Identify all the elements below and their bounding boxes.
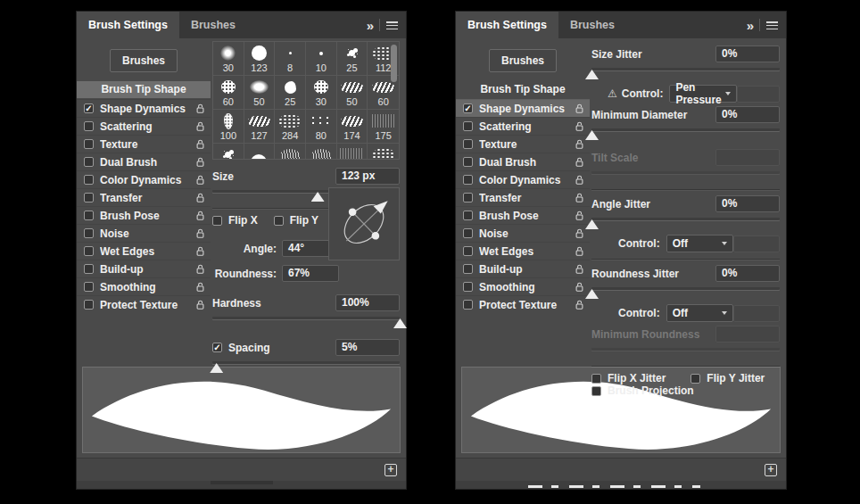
flip-x-jitter-control[interactable]: Flip X Jitter bbox=[591, 372, 666, 384]
sidebar-item-brush-tip-shape[interactable]: Brush Tip Shape bbox=[456, 81, 590, 98]
unlock-icon[interactable] bbox=[195, 299, 205, 310]
brush-preset[interactable]: 284 bbox=[275, 110, 306, 144]
unlock-icon[interactable] bbox=[575, 281, 584, 293]
checkbox[interactable] bbox=[84, 211, 94, 220]
flip-y-control[interactable]: Flip Y bbox=[274, 214, 318, 227]
size-jitter-field[interactable]: 0% bbox=[715, 45, 780, 62]
checkbox[interactable] bbox=[463, 121, 473, 131]
unlock-icon[interactable] bbox=[575, 138, 584, 150]
sidebar-item[interactable]: Shape Dynamics bbox=[77, 99, 211, 117]
checkbox[interactable] bbox=[463, 300, 473, 310]
unlock-icon[interactable] bbox=[195, 120, 205, 132]
sidebar-item[interactable]: Wet Edges bbox=[456, 242, 590, 260]
sidebar-item[interactable]: Scattering bbox=[77, 117, 211, 135]
angle-jitter-slider[interactable] bbox=[591, 215, 780, 229]
collapse-panel-icon[interactable]: » bbox=[747, 19, 753, 32]
checkbox[interactable] bbox=[463, 157, 473, 167]
unlock-icon[interactable] bbox=[195, 138, 205, 150]
sidebar-item[interactable]: Shape Dynamics bbox=[456, 99, 590, 117]
brush-preset[interactable] bbox=[244, 144, 276, 160]
unlock-icon[interactable] bbox=[575, 263, 584, 275]
brush-preset[interactable]: 25 bbox=[337, 42, 368, 76]
brush-preset[interactable] bbox=[306, 144, 337, 160]
flip-y-jitter-control[interactable]: Flip Y Jitter bbox=[690, 372, 765, 384]
tab-brush-settings[interactable]: Brush Settings bbox=[456, 12, 558, 38]
brush-preset[interactable] bbox=[368, 144, 399, 160]
roundness-jitter-slider[interactable] bbox=[591, 285, 780, 299]
unlock-icon[interactable] bbox=[575, 174, 584, 186]
sidebar-item[interactable]: Protect Texture bbox=[77, 295, 211, 313]
tab-brush-settings[interactable]: Brush Settings bbox=[77, 12, 179, 38]
checkbox[interactable] bbox=[463, 282, 473, 292]
panel-menu-icon[interactable] bbox=[386, 21, 398, 29]
brush-preset[interactable]: 175 bbox=[368, 110, 399, 144]
new-brush-button[interactable]: + bbox=[385, 464, 397, 476]
unlock-icon[interactable] bbox=[575, 103, 584, 114]
hardness-field[interactable]: 100% bbox=[335, 294, 400, 311]
unlock-icon[interactable] bbox=[195, 281, 205, 293]
checkbox[interactable] bbox=[463, 211, 473, 220]
unlock-icon[interactable] bbox=[575, 227, 584, 239]
angle-roundness-widget[interactable] bbox=[328, 187, 400, 260]
spacing-field[interactable]: 5% bbox=[335, 339, 400, 356]
checkbox[interactable] bbox=[84, 228, 94, 238]
checkbox[interactable] bbox=[463, 264, 473, 274]
sidebar-item[interactable]: Smoothing bbox=[456, 277, 590, 295]
checkbox[interactable] bbox=[463, 193, 473, 202]
sidebar-item[interactable]: Scattering bbox=[456, 117, 590, 135]
checkbox[interactable] bbox=[463, 175, 473, 185]
checkbox[interactable] bbox=[84, 193, 94, 202]
sidebar-item[interactable]: Build-up bbox=[456, 260, 590, 277]
sidebar-item[interactable]: Protect Texture bbox=[456, 295, 590, 313]
unlock-icon[interactable] bbox=[195, 192, 205, 203]
unlock-icon[interactable] bbox=[195, 263, 205, 275]
checkbox[interactable] bbox=[463, 228, 473, 238]
spacing-slider[interactable] bbox=[212, 359, 400, 373]
unlock-icon[interactable] bbox=[195, 156, 205, 168]
sidebar-item[interactable]: Brush Pose bbox=[456, 206, 590, 224]
new-brush-button[interactable]: + bbox=[765, 464, 777, 476]
flip-y-jitter-checkbox[interactable] bbox=[690, 374, 700, 384]
tab-brushes[interactable]: Brushes bbox=[558, 12, 626, 38]
grid-scrollbar[interactable] bbox=[391, 45, 397, 82]
slider-thumb[interactable] bbox=[210, 363, 223, 373]
checkbox[interactable] bbox=[84, 264, 94, 274]
brushes-button[interactable]: Brushes bbox=[110, 49, 178, 72]
brush-preset[interactable]: 8 bbox=[275, 42, 306, 76]
sidebar-item[interactable]: Smoothing bbox=[77, 277, 211, 295]
resize-notch[interactable] bbox=[211, 481, 273, 484]
checkbox[interactable] bbox=[463, 103, 473, 113]
brush-preset[interactable] bbox=[275, 144, 306, 160]
collapse-panel-icon[interactable]: » bbox=[367, 19, 373, 32]
unlock-icon[interactable] bbox=[575, 120, 584, 132]
unlock-icon[interactable] bbox=[575, 245, 584, 257]
brush-preset[interactable]: 30 bbox=[213, 42, 244, 76]
size-jitter-slider[interactable] bbox=[591, 65, 780, 79]
checkbox[interactable] bbox=[84, 282, 94, 292]
unlock-icon[interactable] bbox=[195, 245, 205, 257]
checkbox[interactable] bbox=[84, 157, 94, 167]
brush-preset[interactable] bbox=[337, 144, 368, 160]
sidebar-item[interactable]: Color Dynamics bbox=[456, 170, 590, 188]
sidebar-item[interactable]: Transfer bbox=[456, 188, 590, 206]
hardness-slider[interactable] bbox=[212, 314, 400, 328]
size-field[interactable]: 123 px bbox=[335, 168, 400, 185]
flip-x-checkbox[interactable] bbox=[212, 216, 222, 226]
unlock-icon[interactable] bbox=[195, 210, 205, 221]
sidebar-item[interactable]: Transfer bbox=[77, 188, 211, 206]
brush-preset[interactable] bbox=[213, 144, 244, 160]
checkbox[interactable] bbox=[84, 121, 94, 131]
brush-preset[interactable]: 25 bbox=[275, 76, 306, 110]
tab-brushes[interactable]: Brushes bbox=[179, 12, 247, 38]
sidebar-item[interactable]: Build-up bbox=[77, 260, 211, 277]
size-control-select[interactable]: Pen Pressure bbox=[669, 85, 736, 103]
checkbox[interactable] bbox=[84, 246, 94, 256]
roundness-jitter-field[interactable]: 0% bbox=[715, 265, 780, 282]
unlock-icon[interactable] bbox=[195, 174, 205, 186]
slider-thumb[interactable] bbox=[393, 318, 407, 328]
spacing-control[interactable]: Spacing bbox=[212, 342, 270, 354]
sidebar-item-brush-tip-shape[interactable]: Brush Tip Shape bbox=[77, 81, 211, 98]
minimum-diameter-field[interactable]: 0% bbox=[715, 106, 780, 123]
sidebar-item[interactable]: Dual Brush bbox=[77, 153, 211, 170]
brush-preset[interactable]: 80 bbox=[306, 110, 337, 144]
